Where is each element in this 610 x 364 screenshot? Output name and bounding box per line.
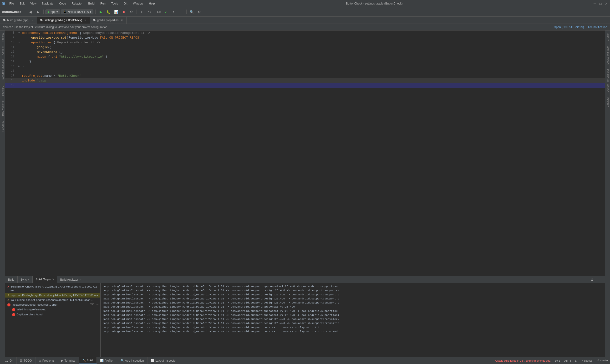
- code-line-8: 8 ▼ dependencyResolutionManagement { Dep…: [5, 30, 605, 35]
- menu-navigate[interactable]: Navigate: [41, 1, 54, 6]
- build-minimize-button[interactable]: ─: [596, 276, 603, 283]
- build-analyzer-tab-label: Build Analyzer: [60, 278, 78, 281]
- gradle-panel-button[interactable]: Gradle: [606, 31, 610, 43]
- terminal-tool-button[interactable]: ▶ Terminal: [58, 357, 79, 364]
- debug-button[interactable]: 🐛: [105, 9, 112, 15]
- device-selector[interactable]: 📱 Nexus 10 API 30 ▾: [61, 10, 93, 14]
- maximize-button[interactable]: □: [598, 2, 602, 5]
- app-inspection-tool-button[interactable]: 🔍 App Inspection: [117, 357, 147, 364]
- menu-edit[interactable]: Edit: [19, 1, 26, 6]
- build-left-pane[interactable]: ✕ Build ButtonCheck: failed At 2022/8/31…: [5, 283, 101, 357]
- build-item-process-debug-text: :app:processDebugResources 1 error: [12, 303, 89, 307]
- output-line: :app:debugRuntimeClasspath -> com.github…: [103, 317, 603, 321]
- output-line: :app:debugRuntimeClasspath -> com.github…: [103, 301, 603, 305]
- build-item-warn-config[interactable]: ⚠ Your project has set 'android.useAndro…: [5, 298, 100, 302]
- stop-button[interactable]: ■: [120, 9, 127, 15]
- project-panel-button[interactable]: Project: [1, 31, 4, 43]
- tab-gradle-props-label: gradle.properties: [97, 19, 119, 22]
- tab-close-active-icon[interactable]: ✕: [84, 19, 87, 22]
- tab-build-analyzer[interactable]: Build Analyzer ✕: [57, 276, 84, 283]
- favorites-button[interactable]: Favorites: [1, 119, 4, 133]
- open-project-structure-link[interactable]: Open (Ctrl+Alt+Shift+S): [554, 26, 584, 29]
- device-manager-panel-button[interactable]: Device Manager: [606, 44, 610, 66]
- hide-notification-link[interactable]: Hide notification: [587, 26, 607, 29]
- build-failed-icon: ✕: [7, 285, 10, 288]
- tab-close-props-icon[interactable]: ✕: [120, 19, 123, 22]
- resource-manager-button[interactable]: Resource Manager: [1, 57, 4, 83]
- tab-build-output[interactable]: Build Output ✕: [33, 276, 57, 283]
- build-settings-button[interactable]: ⚙: [589, 276, 595, 283]
- build-item-databinding-text: :app:dataBindingMergeDependencyArtifacts…: [11, 293, 98, 297]
- git-push-button[interactable]: ↑: [170, 9, 177, 15]
- profile-button[interactable]: 📊: [113, 9, 119, 15]
- window-title: ButtonCheck - settings.gradle (ButtonChe…: [346, 2, 402, 5]
- settings-button[interactable]: ⚙: [196, 9, 203, 15]
- minimize-button[interactable]: ─: [593, 2, 597, 5]
- menu-view[interactable]: View: [29, 1, 38, 6]
- run-button[interactable]: ▶: [97, 9, 104, 15]
- fold-8[interactable]: ▼: [17, 32, 21, 34]
- notification-text: You can use the Project Structure dialog…: [3, 26, 107, 29]
- tab-sync[interactable]: Sync ✕: [18, 276, 33, 283]
- fold-10[interactable]: ▼: [17, 41, 21, 44]
- build-item-duplicate-class[interactable]: 🔴 Duplicate class found: [5, 312, 100, 317]
- menu-tools[interactable]: Tools: [110, 1, 119, 6]
- menu-refactor[interactable]: Refactor: [71, 1, 83, 6]
- build-output-tab-label: Build Output: [36, 278, 51, 281]
- code-content-13: maven { url "https://www.jitpack.io" }: [21, 55, 605, 59]
- structure-button[interactable]: Structure: [1, 84, 4, 98]
- main-area: Project Commit Resource Manager Structur…: [0, 30, 610, 357]
- search-button[interactable]: 🔍: [188, 9, 195, 15]
- tab-gradle-properties[interactable]: 🐘 gradle.properties ✕: [90, 17, 127, 24]
- build-analyzer-tab-close[interactable]: ✕: [79, 278, 81, 281]
- build-summary-item[interactable]: ✕ Build ButtonCheck: failed At 2022/8/31…: [5, 284, 100, 293]
- build-item-failed-linking[interactable]: 🔴 failed linking references.: [5, 307, 100, 312]
- forward-navigation-button[interactable]: ▶: [35, 9, 41, 15]
- build-item-databinding[interactable]: ⚠ :app:dataBindingMergeDependencyArtifac…: [5, 293, 100, 298]
- run-config-selector[interactable]: ▶ app ▾: [46, 10, 60, 14]
- profiler-tool-button[interactable]: 📊 Profiler: [97, 357, 117, 364]
- line-number-13: 13: [5, 55, 17, 58]
- git-branch-label[interactable]: ⎇ master: [596, 359, 608, 362]
- problems-tool-button[interactable]: ⚠ Problems: [36, 357, 58, 364]
- git-commit-button[interactable]: ✓: [163, 9, 169, 15]
- sync-gradle-button[interactable]: ⚙: [128, 9, 135, 15]
- todo-tool-button[interactable]: ☑ TODO: [17, 357, 35, 364]
- tab-build[interactable]: Build: [5, 276, 18, 283]
- code-editor[interactable]: 8 ▼ dependencyResolutionManagement { Dep…: [5, 30, 605, 276]
- toolbar-separator-4: [137, 10, 137, 14]
- window-controls[interactable]: ─ □ ✕: [593, 2, 608, 5]
- menu-run[interactable]: Run: [99, 1, 106, 6]
- tab-settings-gradle[interactable]: 🐘 settings.gradle (ButtonCheck) ✕: [37, 17, 90, 24]
- device-file-explorer-button[interactable]: Device File Explorer: [606, 67, 610, 94]
- output-line: :app:debugRuntimeClasspath -> com.github…: [103, 293, 603, 297]
- back-navigation-button[interactable]: ◀: [27, 9, 34, 15]
- emulator-button[interactable]: Emulator: [606, 95, 610, 109]
- build-tool-button[interactable]: 🔨 Build: [79, 357, 97, 364]
- layout-inspector-tool-button[interactable]: ⬜ Layout Inspector: [147, 357, 180, 364]
- commit-panel-button[interactable]: Commit: [1, 44, 4, 57]
- git-pull-button[interactable]: ↓: [178, 9, 184, 15]
- menu-file[interactable]: File: [8, 1, 15, 6]
- tab-close-icon[interactable]: ✕: [31, 19, 34, 22]
- menu-window[interactable]: Window: [132, 1, 144, 6]
- redo-button[interactable]: ↪: [146, 9, 153, 15]
- build-variants-button[interactable]: Build Variants: [1, 99, 4, 118]
- fold-15[interactable]: ▶: [17, 65, 21, 68]
- sync-tab-close[interactable]: ✕: [28, 278, 29, 281]
- menu-build[interactable]: Build: [87, 1, 96, 6]
- tab-build-gradle[interactable]: 🐘 build.gradle (app) ✕: [0, 17, 37, 24]
- close-button[interactable]: ✕: [604, 2, 608, 5]
- run-config-icon: ▶: [48, 10, 50, 13]
- build-item-process-debug[interactable]: 🔴 :app:processDebugResources 1 error 835…: [5, 302, 100, 307]
- build-output-tab-close[interactable]: ✕: [52, 278, 54, 281]
- undo-button[interactable]: ↩: [139, 9, 145, 15]
- app-inspection-label: App Inspection: [125, 359, 144, 362]
- menu-code[interactable]: Code: [58, 1, 67, 6]
- menu-git[interactable]: Git: [123, 1, 128, 6]
- menu-bar[interactable]: File Edit View Navigate Code Refactor Bu…: [8, 1, 156, 6]
- build-output-pane[interactable]: :app:debugRuntimeClasspath -> com.github…: [101, 283, 605, 357]
- menu-help[interactable]: Help: [148, 1, 156, 6]
- git-tool-button[interactable]: ⎇ Git: [2, 357, 17, 364]
- indent-label: 4 spaces: [582, 359, 592, 362]
